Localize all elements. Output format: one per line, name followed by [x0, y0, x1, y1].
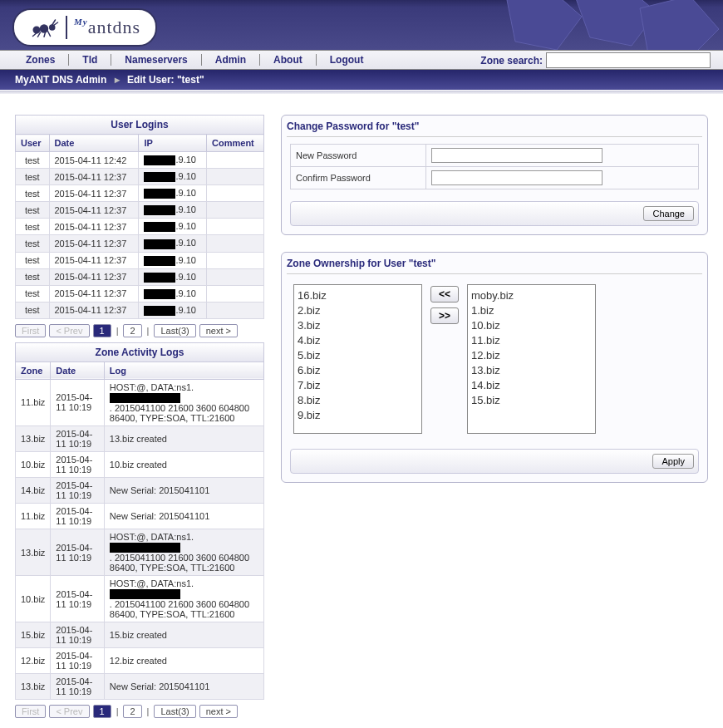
list-item[interactable]: 7.biz — [298, 378, 418, 393]
list-item[interactable]: 4.biz — [298, 333, 418, 348]
table-row: test2015-04-11 12:42.9.10 — [16, 152, 264, 169]
zone-ownership-panel: Zone Ownership for User "test" 16.biz2.b… — [281, 252, 708, 483]
move-right-button[interactable]: >> — [430, 307, 459, 324]
table-row: test2015-04-11 12:37.9.10 — [16, 219, 264, 235]
main-nav: Zones Tld Nameservers Admin About Logout… — [0, 50, 723, 70]
change-password-form: New Password Confirm Password — [290, 144, 699, 189]
nav-zones[interactable]: Zones — [12, 54, 69, 66]
table-row: 12.biz2015-04-11 10:1912.biz created — [16, 648, 264, 674]
pager-sep: | — [115, 326, 120, 336]
svg-point-4 — [41, 25, 48, 32]
table-row: test2015-04-11 12:37.9.10 — [16, 235, 264, 252]
table-row: 11.biz2015-04-11 10:19New Serial: 201504… — [16, 504, 264, 529]
available-zones-list[interactable]: 16.biz2.biz3.biz4.biz5.biz6.biz7.biz8.bi… — [293, 284, 422, 434]
pager-next[interactable]: next > — [199, 705, 238, 718]
col-user: User — [16, 135, 50, 152]
logo-prefix: My — [74, 17, 88, 27]
col-zone: Zone — [16, 362, 51, 379]
pager-next[interactable]: next > — [199, 324, 238, 337]
pager-last[interactable]: Last(3) — [154, 324, 195, 337]
list-item[interactable]: 16.biz — [298, 288, 418, 303]
list-item[interactable]: 13.biz — [471, 363, 592, 378]
confirm-password-input[interactable] — [431, 170, 602, 185]
nav-about[interactable]: About — [260, 54, 317, 66]
activity-title: Zone Activity Logs — [15, 342, 264, 362]
list-item[interactable]: 15.biz — [471, 393, 592, 408]
breadcrumb: MyANT DNS Admin ▸ Edit User: "test" — [0, 70, 723, 91]
zone-search: Zone search: — [480, 52, 711, 68]
change-password-panel: Change Password for "test" New Password … — [281, 115, 708, 235]
logo-name: antdns — [88, 17, 140, 37]
owned-zones-list[interactable]: moby.biz1.biz10.biz11.biz12.biz13.biz14.… — [467, 284, 596, 434]
logo[interactable]: Myantdns — [12, 8, 157, 47]
table-row: test2015-04-11 12:37.9.10 — [16, 285, 264, 302]
pager-prev[interactable]: < Prev — [49, 324, 89, 337]
zone-ownership-title: Zone Ownership for User "test" — [287, 258, 702, 274]
new-password-input[interactable] — [431, 148, 602, 163]
table-row: test2015-04-11 12:37.9.10 — [16, 185, 264, 202]
list-item[interactable]: 11.biz — [471, 333, 592, 348]
list-item[interactable]: 8.biz — [298, 393, 418, 408]
svg-marker-2 — [640, 0, 719, 50]
nav-admin[interactable]: Admin — [202, 54, 260, 66]
nav-logout[interactable]: Logout — [317, 54, 377, 66]
table-row: 10.biz2015-04-11 10:1910.biz created — [16, 452, 264, 478]
change-password-actions: Change — [290, 201, 699, 226]
list-item[interactable]: 14.biz — [471, 378, 592, 393]
change-password-title: Change Password for "test" — [287, 121, 702, 137]
list-item[interactable]: 6.biz — [298, 363, 418, 378]
pager-first[interactable]: First — [15, 705, 46, 718]
logins-pager: First < Prev 1 | 2 | Last(3) next > — [15, 324, 264, 337]
table-row: 14.biz2015-04-11 10:19New Serial: 201504… — [16, 478, 264, 504]
pager-page-2[interactable]: 2 — [123, 324, 141, 337]
table-row: 13.biz2015-04-11 10:19HOST:@, DATA:ns1..… — [16, 529, 264, 576]
pager-page-1[interactable]: 1 — [93, 705, 111, 718]
pager-last[interactable]: Last(3) — [154, 705, 195, 718]
table-row: 10.biz2015-04-11 10:19HOST:@, DATA:ns1..… — [16, 576, 264, 622]
table-row: test2015-04-11 12:37.9.10 — [16, 202, 264, 219]
svg-point-3 — [33, 27, 40, 33]
pager-prev[interactable]: < Prev — [49, 705, 89, 718]
header-banner: Myantdns — [0, 0, 723, 50]
table-row: 15.biz2015-04-11 10:1915.biz created — [16, 622, 264, 648]
col-ip: IP — [139, 135, 207, 152]
col-date: Date — [49, 135, 139, 152]
change-button[interactable]: Change — [643, 206, 694, 221]
pager-page-2[interactable]: 2 — [123, 705, 141, 718]
user-logins-title: User Logins — [15, 115, 264, 134]
chevron-right-icon: ▸ — [115, 74, 120, 86]
list-item[interactable]: 5.biz — [298, 348, 418, 363]
zone-search-input[interactable] — [546, 52, 711, 68]
list-item[interactable]: moby.biz — [471, 288, 592, 303]
list-item[interactable]: 3.biz — [298, 318, 418, 333]
pager-first[interactable]: First — [15, 324, 46, 337]
activity-pager: First < Prev 1 | 2 | Last(3) next > — [15, 705, 264, 718]
pager-sep: | — [145, 326, 151, 336]
table-row: 13.biz2015-04-11 10:19New Serial: 201504… — [16, 674, 264, 700]
nav-nameservers[interactable]: Nameservers — [111, 54, 201, 66]
activity-table: Zone Activity Logs Zone Date Log 11.biz2… — [15, 342, 264, 700]
pager-sep: | — [115, 706, 120, 716]
move-left-button[interactable]: << — [430, 286, 459, 303]
table-row: test2015-04-11 12:37.9.10 — [16, 252, 264, 268]
col-date: Date — [51, 362, 104, 379]
apply-button[interactable]: Apply — [652, 454, 694, 469]
list-item[interactable]: 10.biz — [471, 318, 592, 333]
table-row: test2015-04-11 12:37.9.10 — [16, 268, 264, 285]
list-item[interactable]: 1.biz — [471, 303, 592, 318]
table-row: test2015-04-11 12:37.9.10 — [16, 302, 264, 318]
col-comment: Comment — [207, 135, 264, 152]
list-item[interactable]: 2.biz — [298, 303, 418, 318]
confirm-password-label: Confirm Password — [291, 167, 426, 189]
dual-listbox: 16.biz2.biz3.biz4.biz5.biz6.biz7.biz8.bi… — [290, 281, 699, 437]
list-item[interactable]: 12.biz — [471, 348, 592, 363]
zone-ownership-actions: Apply — [290, 449, 699, 474]
list-item[interactable]: 9.biz — [298, 408, 418, 423]
nav-tld[interactable]: Tld — [69, 54, 111, 66]
col-log: Log — [104, 362, 263, 379]
pager-page-1[interactable]: 1 — [93, 324, 111, 337]
breadcrumb-root[interactable]: MyANT DNS Admin — [15, 74, 106, 86]
user-logins-table: User Logins User Date IP Comment test201… — [15, 115, 264, 319]
zone-search-label: Zone search: — [480, 55, 543, 66]
ant-icon — [29, 17, 59, 38]
